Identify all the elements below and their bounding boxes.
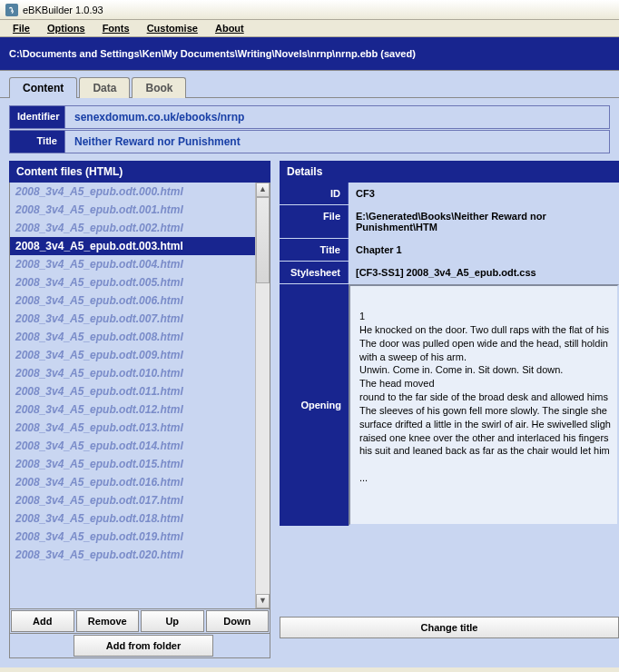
identifier-label: Identifier <box>9 105 65 129</box>
list-item[interactable]: 2008_3v4_A5_epub.odt.009.html <box>10 346 255 364</box>
detail-opening-text: 1 He knocked on the door. Two dull raps … <box>349 284 619 526</box>
list-item[interactable]: 2008_3v4_A5_epub.odt.007.html <box>10 310 255 328</box>
scroll-down-icon[interactable]: ▼ <box>256 594 270 608</box>
list-item[interactable]: 2008_3v4_A5_epub.odt.000.html <box>10 183 255 201</box>
title-label: Title <box>9 130 65 153</box>
detail-title-value: Chapter 1 <box>349 239 619 261</box>
list-item[interactable]: 2008_3v4_A5_epub.odt.013.html <box>10 419 255 437</box>
detail-opening-label: Opening <box>280 284 349 526</box>
app-title: eBKBuilder 1.0.93 <box>23 5 103 15</box>
detail-stylesheet-label: Stylesheet <box>280 262 349 283</box>
menu-options[interactable]: Options <box>40 21 93 35</box>
list-item[interactable]: 2008_3v4_A5_epub.odt.018.html <box>10 509 255 528</box>
content-files-header: Content files (HTML) <box>9 161 270 183</box>
list-item[interactable]: 2008_3v4_A5_epub.odt.020.html <box>10 546 255 564</box>
menu-fonts[interactable]: Fonts <box>95 21 137 35</box>
identifier-row: Identifier senexdomum.co.uk/ebooks/nrnp <box>9 105 610 129</box>
detail-id-value: CF3 <box>349 183 619 204</box>
scroll-up-icon[interactable]: ▲ <box>256 183 270 197</box>
tabs: Content Data Book <box>0 70 619 97</box>
list-item[interactable]: 2008_3v4_A5_epub.odt.005.html <box>10 273 255 292</box>
list-item[interactable]: 2008_3v4_A5_epub.odt.001.html <box>10 201 255 219</box>
java-icon <box>5 4 18 16</box>
change-title-button[interactable]: Change title <box>280 617 619 638</box>
detail-id-label: ID <box>280 183 349 204</box>
tab-book[interactable]: Book <box>132 77 186 98</box>
title-value[interactable]: Neither Reward nor Punishment <box>65 130 610 153</box>
list-item[interactable]: 2008_3v4_A5_epub.odt.003.html <box>10 237 255 255</box>
list-item[interactable]: 2008_3v4_A5_epub.odt.004.html <box>10 255 255 273</box>
list-item[interactable]: 2008_3v4_A5_epub.odt.012.html <box>10 400 255 419</box>
content-file-list[interactable]: 2008_3v4_A5_epub.odt.000.html2008_3v4_A5… <box>10 183 255 608</box>
file-path-bar: C:\Documents and Settings\Ken\My Documen… <box>0 37 619 70</box>
tab-content[interactable]: Content <box>9 77 77 98</box>
detail-stylesheet-value: [CF3-SS1] 2008_3v4_A5_epub.odt.css <box>349 262 619 283</box>
detail-file-value: E:\Generated\Books\Neither Reward nor Pu… <box>349 205 619 238</box>
detail-title-label: Title <box>280 239 349 261</box>
scroll-track[interactable] <box>256 197 270 594</box>
tab-data[interactable]: Data <box>79 77 130 98</box>
scrollbar[interactable]: ▲ ▼ <box>255 183 270 608</box>
title-row: Title Neither Reward nor Punishment <box>9 130 610 153</box>
titlebar: eBKBuilder 1.0.93 <box>0 0 619 20</box>
down-button[interactable]: Down <box>206 610 270 632</box>
list-item[interactable]: 2008_3v4_A5_epub.odt.014.html <box>10 437 255 455</box>
menu-customise[interactable]: Customise <box>140 21 205 35</box>
list-item[interactable]: 2008_3v4_A5_epub.odt.015.html <box>10 455 255 473</box>
up-button[interactable]: Up <box>141 610 204 632</box>
list-item[interactable]: 2008_3v4_A5_epub.odt.017.html <box>10 491 255 509</box>
detail-file-label: File <box>280 205 349 238</box>
add-from-folder-button[interactable]: Add from folder <box>74 635 213 657</box>
menubar: File Options Fonts Customise About <box>0 20 619 37</box>
list-item[interactable]: 2008_3v4_A5_epub.odt.008.html <box>10 328 255 346</box>
identifier-value[interactable]: senexdomum.co.uk/ebooks/nrnp <box>65 105 610 129</box>
list-item[interactable]: 2008_3v4_A5_epub.odt.019.html <box>10 528 255 546</box>
list-item[interactable]: 2008_3v4_A5_epub.odt.011.html <box>10 382 255 400</box>
details-header: Details <box>280 161 619 183</box>
list-item[interactable]: 2008_3v4_A5_epub.odt.010.html <box>10 364 255 382</box>
list-item[interactable]: 2008_3v4_A5_epub.odt.006.html <box>10 292 255 310</box>
remove-button[interactable]: Remove <box>76 610 140 632</box>
list-item[interactable]: 2008_3v4_A5_epub.odt.016.html <box>10 473 255 491</box>
menu-about[interactable]: About <box>208 21 251 35</box>
add-button[interactable]: Add <box>11 610 74 632</box>
menu-file[interactable]: File <box>5 21 37 35</box>
list-item[interactable]: 2008_3v4_A5_epub.odt.002.html <box>10 219 255 237</box>
scroll-thumb[interactable] <box>256 197 270 283</box>
